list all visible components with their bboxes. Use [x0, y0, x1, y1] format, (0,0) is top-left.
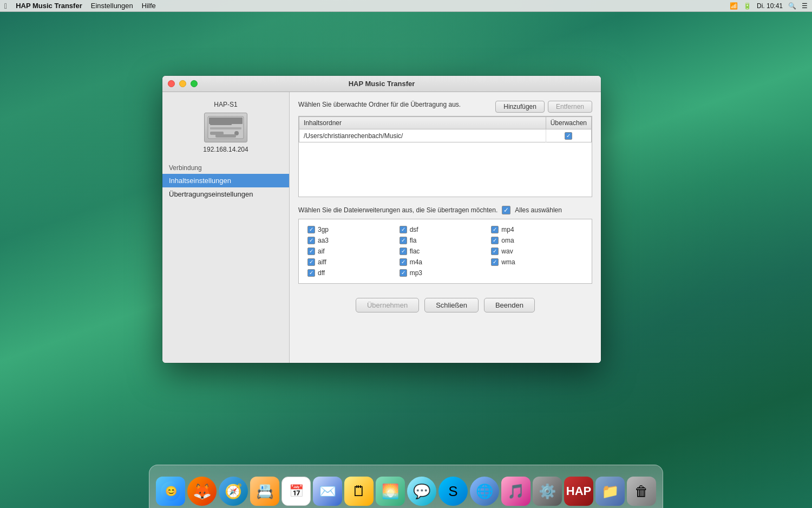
col-uberwachen: Überwachen	[546, 117, 591, 129]
checkbox-flac[interactable]	[400, 248, 407, 255]
label-3gp: 3gp	[318, 226, 329, 233]
checkbox-3gp[interactable]	[307, 226, 315, 233]
ext-empty	[491, 269, 583, 277]
label-oma: oma	[501, 237, 514, 244]
col-inhaltsordner: Inhaltsordner	[299, 117, 546, 129]
checkbox-aa3[interactable]	[307, 237, 315, 244]
dock-icon-calendar[interactable]: 📅	[281, 477, 311, 506]
table-row: /Users/christianrechenbach/Music/	[299, 129, 592, 142]
app-menu-name[interactable]: HAP Music Transfer	[16, 2, 82, 10]
ext-dsf: dsf	[400, 226, 492, 233]
apple-menu[interactable]: 	[4, 2, 7, 10]
checkbox-oma[interactable]	[491, 237, 499, 244]
checkbox-dsf[interactable]	[400, 226, 407, 233]
dock-icon-stickies[interactable]: 🗒	[344, 477, 374, 506]
dock-icon-safari[interactable]: 🧭	[219, 477, 248, 506]
checkbox-aif[interactable]	[307, 248, 315, 255]
dock: 😊 🦊 🧭 📇 📅 ✉️ 🗒 🌅 💬 S 🌐	[149, 465, 663, 508]
label-aif: aif	[318, 248, 325, 255]
checkbox-dff[interactable]	[307, 269, 315, 277]
ext-flac: flac	[400, 248, 492, 255]
dock-icon-itunes[interactable]: 🎵	[501, 477, 531, 506]
add-folder-button[interactable]: Hinzufügen	[495, 101, 545, 113]
clock: Di. 10:41	[757, 2, 783, 10]
extensions-label: Wählen Sie die Dateierweiterungen aus, d…	[298, 206, 497, 214]
device-name: HAP-S1	[214, 101, 237, 108]
label-m4a: m4a	[410, 258, 422, 266]
ext-3gp: 3gp	[307, 226, 400, 233]
checkbox-mp4[interactable]	[491, 226, 499, 233]
sidebar-item-inhaltseinstellungen[interactable]: Inhaltseinstellungen	[162, 174, 289, 187]
hilfe-menu[interactable]: Hilfe	[142, 2, 156, 10]
label-fla: fla	[410, 237, 417, 244]
dock-icon-trash[interactable]: 🗑	[627, 477, 656, 506]
menubar:  HAP Music Transfer Einstellungen Hilfe…	[0, 0, 812, 12]
search-icon[interactable]: 🔍	[788, 2, 796, 10]
sidebar-item-uebertragungseinstellungen[interactable]: Übertragungseinstellungen	[162, 187, 289, 201]
dock-icon-mail[interactable]: ✉️	[313, 477, 342, 506]
checkbox-wav[interactable]	[491, 248, 499, 255]
folders-label: Wählen Sie überwachte Ordner für die Übe…	[298, 101, 461, 108]
ext-fla: fla	[400, 237, 492, 244]
extensions-section: Wählen Sie die Dateierweiterungen aus, d…	[298, 206, 592, 284]
checkbox-fla[interactable]	[400, 237, 407, 244]
dock-icon-network[interactable]: 🌐	[470, 477, 499, 506]
svg-text:😊: 😊	[165, 485, 178, 497]
dock-icon-photos[interactable]: 🌅	[376, 477, 405, 506]
menubar-right: 📶 🔋 Di. 10:41 🔍 ☰	[730, 2, 808, 10]
close-button[interactable]	[168, 80, 175, 87]
label-aa3: aa3	[318, 237, 329, 244]
ext-mp4: mp4	[491, 226, 583, 233]
dock-icon-finder[interactable]: 😊	[156, 477, 185, 506]
label-aiff: aiff	[318, 258, 326, 266]
select-all-checkbox[interactable]	[502, 206, 510, 214]
label-mp4: mp4	[501, 226, 514, 233]
dock-icon-system-prefs[interactable]: ⚙️	[533, 477, 562, 506]
checkbox-m4a[interactable]	[400, 258, 407, 266]
ext-mp3: mp3	[400, 269, 492, 277]
svg-rect-1	[210, 120, 232, 125]
window-title: HAP Music Transfer	[349, 80, 415, 88]
label-flac: flac	[410, 248, 420, 255]
device-image	[204, 113, 247, 142]
ext-oma: oma	[491, 237, 583, 244]
folders-area: Inhaltsordner Überwachen /Users/christia…	[298, 116, 592, 197]
svg-point-4	[234, 131, 239, 135]
checkbox-mp3[interactable]	[400, 269, 407, 277]
ext-dff: dff	[307, 269, 400, 277]
battery-icon: 🔋	[743, 2, 751, 10]
label-wma: wma	[501, 258, 515, 266]
maximize-button[interactable]	[191, 80, 198, 87]
quit-button[interactable]: Beenden	[484, 298, 535, 312]
checkbox-wma[interactable]	[491, 258, 499, 266]
main-window: HAP Music Transfer HAP-S1	[162, 76, 601, 363]
device-svg	[207, 115, 245, 140]
dock-icon-skype[interactable]: S	[438, 477, 468, 506]
dock-icon-messages[interactable]: 💬	[407, 477, 436, 506]
list-icon[interactable]: ☰	[802, 2, 808, 10]
desktop:  HAP Music Transfer Einstellungen Hilfe…	[0, 0, 812, 508]
folders-header: Wählen Sie überwachte Ordner für die Übe…	[298, 101, 592, 113]
einstellungen-menu[interactable]: Einstellungen	[91, 2, 133, 10]
apply-button[interactable]: Übernehmen	[356, 298, 419, 312]
svg-rect-3	[210, 132, 224, 135]
folder-path: /Users/christianrechenbach/Music/	[299, 129, 546, 142]
watched-check-icon	[565, 132, 572, 140]
checkbox-aiff[interactable]	[307, 258, 315, 266]
extensions-header: Wählen Sie die Dateierweiterungen aus, d…	[298, 206, 592, 214]
select-all-label: Alles auswählen	[515, 206, 562, 214]
close-dialog-button[interactable]: Schließen	[424, 298, 479, 312]
dock-icon-hap[interactable]: HAP	[564, 477, 593, 506]
ext-aa3: aa3	[307, 237, 400, 244]
dock-icon-firefox[interactable]: 🦊	[187, 477, 217, 506]
dock-icon-folder[interactable]: 📁	[595, 477, 625, 506]
dock-icon-addressbook[interactable]: 📇	[250, 477, 279, 506]
ext-wma: wma	[491, 258, 583, 266]
minimize-button[interactable]	[179, 80, 186, 87]
menubar-left:  HAP Music Transfer Einstellungen Hilfe	[4, 2, 156, 10]
remove-folder-button[interactable]: Entfernen	[548, 101, 592, 113]
label-dff: dff	[318, 269, 325, 277]
folder-actions: Hinzufügen Entfernen	[495, 101, 592, 113]
ext-wav: wav	[491, 248, 583, 255]
folder-watched-checkbox[interactable]	[546, 129, 591, 142]
